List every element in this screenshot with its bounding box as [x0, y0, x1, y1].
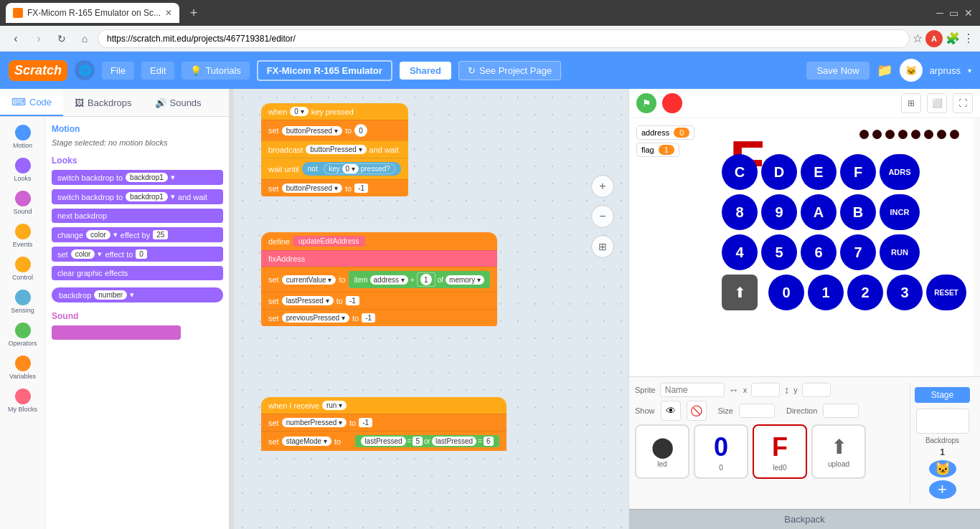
zoom-out-button[interactable]: −	[591, 205, 614, 228]
show-hidden-button[interactable]: 🚫	[687, 401, 707, 421]
green-flag-button[interactable]: ⚑	[636, 93, 656, 113]
cat-sound[interactable]: Sound	[3, 187, 42, 219]
block-define[interactable]: define updateEditAddress	[261, 232, 497, 250]
sprite-thumb-led0[interactable]: F led0	[753, 424, 807, 479]
cat-operators[interactable]: Operators	[3, 319, 42, 351]
cat-variables[interactable]: Variables	[3, 352, 42, 383]
key-A[interactable]: A	[801, 194, 837, 230]
block-switch-backdrop-wait[interactable]: switch backdrop to backdrop1 ▾ and wait	[52, 189, 223, 204]
sprite-name-input[interactable]	[660, 383, 725, 397]
direction-input[interactable]	[823, 404, 859, 418]
y-input[interactable]	[802, 383, 831, 397]
x-input[interactable]	[751, 383, 780, 397]
key-ADRS[interactable]: ADRS	[880, 154, 920, 190]
profile-icon[interactable]: A	[925, 30, 943, 47]
block-set-last-pressed[interactable]: set lastPressed ▾ to -1	[261, 292, 497, 309]
zoom-in-button[interactable]: +	[591, 175, 614, 198]
block-wait-until[interactable]: wait until not key 0 ▾ pressed?	[261, 158, 408, 179]
minimize-button[interactable]: ─	[936, 7, 943, 19]
edit-menu[interactable]: Edit	[141, 62, 174, 80]
backpack-bar[interactable]: Backpack	[629, 509, 980, 529]
key-3[interactable]: 3	[887, 275, 923, 310]
size-input[interactable]	[739, 404, 775, 418]
shared-button[interactable]: Shared	[400, 62, 451, 80]
block-set-current-value[interactable]: set currentValue ▾ to item address ▾ + 1…	[261, 267, 497, 292]
save-now-button[interactable]: Save Now	[806, 62, 869, 80]
home-button[interactable]: ⌂	[75, 29, 95, 49]
tab-code[interactable]: ⌨ Code	[0, 89, 63, 116]
key-8[interactable]: 8	[722, 194, 758, 230]
key-7[interactable]: 7	[840, 234, 876, 270]
block-next-backdrop[interactable]: next backdrop	[52, 209, 223, 223]
block-set-number-pressed[interactable]: set numberPressed ▾ to -1	[261, 414, 507, 431]
maximize-button[interactable]: ▭	[949, 7, 958, 19]
scratch-logo[interactable]: Scratch	[9, 60, 67, 81]
layout-big-button[interactable]: ⬜	[927, 93, 947, 113]
add-backdrop-button[interactable]: +	[929, 480, 956, 499]
cat-myblocks[interactable]: My Blocks	[3, 385, 42, 416]
forward-button[interactable]: ›	[29, 29, 49, 49]
key-0[interactable]: 0	[768, 275, 804, 310]
block-set-button-pressed-neg[interactable]: set buttonPressed ▾ to -1	[261, 179, 408, 196]
cat-motion[interactable]: Motion	[3, 121, 42, 153]
key-1[interactable]: 1	[808, 275, 844, 310]
menu-icon[interactable]: ⋮	[963, 32, 974, 45]
close-window-button[interactable]: ✕	[964, 7, 973, 19]
url-bar[interactable]	[98, 29, 910, 48]
key-9[interactable]: 9	[761, 194, 797, 230]
stop-button[interactable]	[662, 93, 682, 113]
sprite-thumb-upload[interactable]: ⬆ upload	[811, 424, 866, 479]
block-set-effect[interactable]: set color ▾ effect to 0	[52, 247, 223, 262]
cat-control[interactable]: Control	[3, 253, 42, 285]
upload-stage-button[interactable]: ⬆	[722, 275, 758, 310]
bookmark-icon[interactable]: ☆	[913, 32, 923, 45]
stage-tab-button[interactable]: Stage	[915, 387, 970, 403]
block-fix-address[interactable]: fixAddress	[261, 250, 497, 267]
extensions-icon[interactable]: 🧩	[946, 32, 960, 45]
folder-icon[interactable]: 📁	[877, 62, 892, 78]
tab-backdrops[interactable]: 🖼 Backdrops	[63, 89, 143, 116]
cat-looks[interactable]: Looks	[3, 154, 42, 186]
stage-character-button[interactable]: 🐱	[929, 460, 956, 477]
globe-button[interactable]: 🌐	[75, 60, 95, 80]
key-RUN[interactable]: RUN	[880, 234, 920, 270]
block-broadcast-and-wait[interactable]: broadcast buttonPressed ▾ and wait	[261, 140, 408, 158]
key-4[interactable]: 4	[722, 234, 758, 270]
fullscreen-button[interactable]: ⛶	[953, 93, 973, 113]
block-set-button-pressed[interactable]: set buttonPressed ▾ to 0	[261, 120, 408, 140]
cat-sensing[interactable]: Sensing	[3, 286, 42, 318]
show-visible-button[interactable]: 👁	[661, 401, 681, 421]
block-backdrop-number[interactable]: backdrop number ▾	[52, 287, 223, 302]
block-set-stage-mode[interactable]: set stageMode ▾ to lastPressed = 5 or la…	[261, 431, 507, 451]
block-when-receive-run[interactable]: when I receive run ▾	[261, 397, 507, 414]
tutorials-button[interactable]: 💡 Tutorials	[182, 62, 249, 80]
key-5[interactable]: 5	[761, 234, 797, 270]
key-C[interactable]: C	[722, 154, 758, 190]
layout-normal-button[interactable]: ⊞	[901, 93, 921, 113]
close-icon[interactable]: ✕	[165, 8, 172, 18]
key-F[interactable]: F	[840, 154, 876, 190]
tab-sounds[interactable]: 🔊 Sounds	[143, 89, 213, 116]
key-6[interactable]: 6	[801, 234, 837, 270]
scripts-area[interactable]: when 0 ▾ key pressed set buttonPressed ▾…	[234, 89, 628, 529]
key-2[interactable]: 2	[847, 275, 883, 310]
block-when-key-pressed-hat[interactable]: when 0 ▾ key pressed	[261, 103, 408, 120]
user-avatar[interactable]: 🐱	[900, 59, 923, 82]
key-D[interactable]: D	[761, 154, 797, 190]
back-button[interactable]: ‹	[6, 29, 26, 49]
key-E[interactable]: E	[801, 154, 837, 190]
user-name[interactable]: arpruss	[930, 65, 961, 76]
block-change-effect[interactable]: change color ▾ effect by 25	[52, 227, 223, 242]
see-project-button[interactable]: ↻ See Project Page	[458, 61, 561, 80]
block-clear-effects[interactable]: clear graphic effects	[52, 266, 223, 280]
sprite-thumb-0[interactable]: 0 0	[694, 424, 748, 479]
cat-events[interactable]: Events	[3, 220, 42, 252]
file-menu[interactable]: File	[102, 62, 134, 80]
block-set-previous-pressed[interactable]: set previousPressed ▾ to -1	[261, 309, 497, 326]
key-B[interactable]: B	[840, 194, 876, 230]
project-name-field[interactable]: FX-Micom R-165 Emulator	[257, 60, 392, 81]
browser-tab[interactable]: FX-Micom R-165 Emulator on Sc... ✕	[6, 3, 179, 23]
block-switch-backdrop[interactable]: switch backdrop to backdrop1 ▾	[52, 170, 223, 185]
fit-screen-button[interactable]: ⊞	[591, 235, 614, 258]
key-RESET[interactable]: RESET	[926, 275, 966, 310]
